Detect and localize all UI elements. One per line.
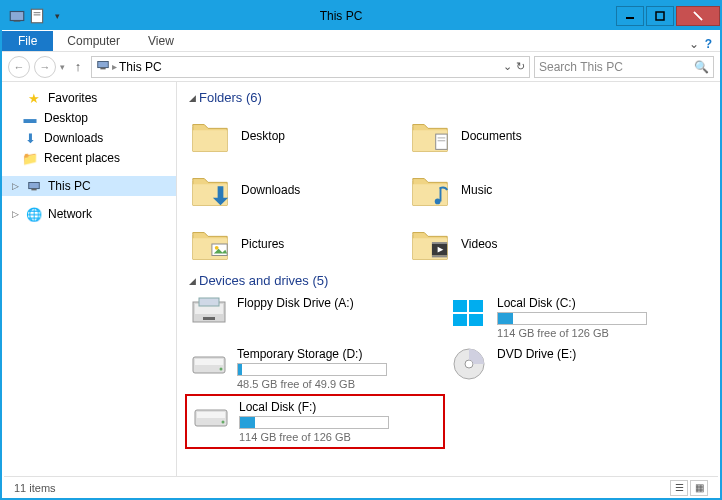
refresh-icon[interactable]: ↻ [516, 60, 525, 73]
close-button[interactable] [676, 6, 720, 26]
location-pc-icon [96, 58, 110, 75]
nav-downloads[interactable]: ⬇Downloads [2, 128, 176, 148]
svg-point-34 [220, 368, 223, 371]
system-icon[interactable] [8, 7, 26, 25]
svg-rect-9 [98, 62, 109, 68]
network-icon: 🌐 [26, 206, 42, 222]
quick-access-toolbar: ▾ [8, 7, 66, 25]
desktop-icon: ▬ [22, 110, 38, 126]
svg-rect-28 [453, 300, 467, 312]
folder-documents[interactable]: Documents [405, 109, 625, 163]
dropdown-icon[interactable]: ▾ [48, 7, 66, 25]
file-tab[interactable]: File [2, 31, 53, 51]
pc-icon [26, 178, 42, 194]
folder-icon [189, 223, 231, 265]
drive-icon [189, 296, 229, 330]
star-icon: ★ [26, 90, 42, 106]
drive-item[interactable]: Local Disk (C:)114 GB free of 126 GB [445, 292, 705, 343]
svg-rect-18 [212, 244, 227, 255]
capacity-bar [239, 416, 389, 429]
folder-downloads[interactable]: Downloads [185, 163, 405, 217]
folder-icon [409, 115, 451, 157]
search-input[interactable]: Search This PC 🔍 [534, 56, 714, 78]
back-button[interactable]: ← [8, 56, 30, 78]
folder-icon [189, 169, 231, 211]
up-button[interactable]: ↑ [69, 58, 87, 76]
caret-down-icon: ◢ [189, 276, 196, 286]
recent-icon: 📁 [22, 150, 38, 166]
svg-line-8 [694, 12, 702, 20]
address-bar[interactable]: ▸ This PC ⌄ ↻ [91, 56, 530, 78]
item-count: 11 items [14, 482, 56, 494]
maximize-button[interactable] [646, 6, 674, 26]
svg-rect-10 [100, 68, 105, 70]
svg-rect-1 [14, 21, 21, 22]
drive-name: Floppy Disk Drive (A:) [237, 296, 441, 310]
folder-label: Downloads [241, 183, 300, 197]
drive-item[interactable]: Local Disk (F:)114 GB free of 126 GB [185, 394, 445, 449]
nav-favorites[interactable]: ★ Favorites [2, 88, 176, 108]
svg-point-19 [215, 246, 219, 250]
minimize-button[interactable] [616, 6, 644, 26]
forward-button[interactable]: → [34, 56, 56, 78]
folder-pictures[interactable]: Pictures [185, 217, 405, 271]
drive-item[interactable]: Floppy Disk Drive (A:) [185, 292, 445, 343]
nav-network-label: Network [48, 207, 92, 221]
caret-down-icon: ◢ [189, 93, 196, 103]
drive-icon [449, 347, 489, 381]
svg-rect-6 [656, 12, 664, 20]
view-icons-button[interactable]: ▦ [690, 480, 708, 496]
nav-this-pc[interactable]: ▷ This PC [2, 176, 176, 196]
nav-recent[interactable]: 📁Recent places [2, 148, 176, 168]
breadcrumb-location[interactable]: This PC [119, 60, 162, 74]
nav-this-pc-label: This PC [48, 179, 91, 193]
svg-rect-0 [10, 12, 24, 21]
svg-rect-38 [197, 412, 225, 418]
folder-label: Documents [461, 129, 522, 143]
status-bar: 11 items ☰ ▦ [4, 476, 718, 498]
drive-item[interactable]: DVD Drive (E:) [445, 343, 705, 394]
title-bar: ▾ This PC [2, 2, 720, 30]
section-folders-header[interactable]: ◢ Folders (6) [181, 88, 716, 109]
drive-item[interactable]: Temporary Storage (D:)48.5 GB free of 49… [185, 343, 445, 394]
svg-rect-26 [203, 317, 215, 320]
folder-desktop[interactable]: Desktop [185, 109, 405, 163]
expand-icon: ▷ [12, 209, 20, 219]
drive-icon [449, 296, 489, 330]
search-placeholder: Search This PC [539, 60, 623, 74]
folder-label: Videos [461, 237, 497, 251]
folder-music[interactable]: Music [405, 163, 625, 217]
svg-point-36 [465, 360, 473, 368]
drive-icon [191, 400, 231, 434]
properties-icon[interactable] [28, 7, 46, 25]
drive-name: DVD Drive (E:) [497, 347, 701, 361]
tab-view[interactable]: View [134, 31, 188, 51]
folder-icon [189, 115, 231, 157]
svg-rect-22 [432, 255, 447, 257]
history-dropdown-icon[interactable]: ▾ [60, 62, 65, 72]
nav-network[interactable]: ▷ 🌐 Network [2, 204, 176, 224]
address-dropdown-icon[interactable]: ⌄ [503, 60, 512, 73]
tab-computer[interactable]: Computer [53, 31, 134, 51]
capacity-bar [497, 312, 647, 325]
folder-videos[interactable]: Videos [405, 217, 625, 271]
svg-rect-33 [195, 359, 223, 365]
svg-rect-2 [31, 9, 42, 23]
window-title: This PC [66, 9, 616, 23]
nav-desktop[interactable]: ▬Desktop [2, 108, 176, 128]
folder-icon [409, 169, 451, 211]
folder-icon [409, 223, 451, 265]
folder-label: Music [461, 183, 492, 197]
view-details-button[interactable]: ☰ [670, 480, 688, 496]
drive-icon [189, 347, 229, 381]
breadcrumb-sep-icon: ▸ [112, 61, 117, 72]
section-drives-header[interactable]: ◢ Devices and drives (5) [181, 271, 716, 292]
drive-name: Temporary Storage (D:) [237, 347, 441, 361]
help-icon[interactable]: ? [705, 37, 712, 51]
content-pane: ◢ Folders (6) DesktopDocumentsDownloadsM… [177, 82, 720, 476]
navigation-pane: ★ Favorites ▬Desktop ⬇Downloads 📁Recent … [2, 82, 177, 476]
svg-rect-13 [436, 134, 447, 149]
svg-rect-12 [31, 189, 36, 191]
ribbon-expand-icon[interactable]: ⌄ [689, 37, 699, 51]
free-space-label: 114 GB free of 126 GB [239, 431, 439, 443]
